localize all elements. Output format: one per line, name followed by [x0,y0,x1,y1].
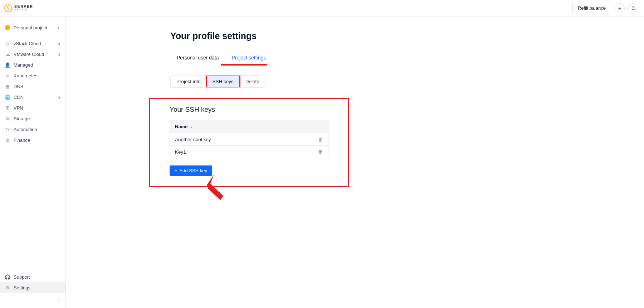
key-name: Key1 [175,149,186,155]
svg-marker-0 [207,174,223,200]
chevron-down-icon: ◢ [58,42,60,45]
logo[interactable]: S SERVER SPACE [4,4,33,12]
chevron-down-icon: ◢ [58,96,60,99]
page-title: Your profile settings [170,31,528,41]
add-ssh-key-label: Add SSH key [180,168,207,173]
sort-asc-icon: ▲ [190,126,193,129]
tab-personal-data[interactable]: Personal user data [170,51,225,65]
sidebar-item-support[interactable]: 🎧 Support [0,271,65,282]
annotation-arrow-icon [203,174,225,203]
column-name: Name [175,124,187,129]
headset-icon: 🎧 [5,274,10,279]
globe-icon: 🌐 [5,95,10,100]
sidebar-item-label: DNS [14,84,23,89]
annotation-highlight-box: Your SSH keys Name ▲ Another cool key 🗑 … [149,98,349,187]
subtab-ssh-keys[interactable]: SSH keys [207,76,240,87]
profile-tabs: Personal user data Project settings [170,51,338,65]
sidebar-item-cdn[interactable]: 🌐 CDN ◢ [0,92,65,102]
sidebar-item-vpn[interactable]: ⛨ VPN [0,102,65,113]
dns-icon: ▦ [5,84,10,89]
sidebar-item-finance[interactable]: 🗎 Finance [0,135,65,145]
table-row[interactable]: Another cool key 🗑 [170,133,328,145]
cloud-alt-icon: ◇ [5,41,10,46]
sidebar-item-label: vStack Cloud [14,41,41,46]
sidebar-item-vstack[interactable]: ◇ vStack Cloud ◢ [0,38,65,49]
project-selector[interactable]: Personal project ▶ [0,22,65,33]
delete-key-button[interactable]: 🗑 [318,149,323,155]
plus-icon: + [175,168,177,173]
sidebar-item-label: Automation [14,127,37,132]
key-name: Another cool key [175,137,211,142]
sidebar: Personal project ▶ ◇ vStack Cloud ◢ ☁ VM… [0,16,66,308]
cloud-icon: ☁ [5,52,10,57]
header: S SERVER SPACE Refill balance + C [0,0,644,16]
delete-key-button[interactable]: 🗑 [318,136,323,142]
sidebar-item-label: Finance [14,138,30,143]
sidebar-item-automation[interactable]: ⇆ Automation [0,124,65,135]
avatar-initial: C [631,5,635,11]
main-content: Your profile settings Personal user data… [66,16,644,308]
chevron-right-icon: ▶ [58,26,60,29]
sidebar-item-label: CDN [14,95,24,100]
kubernetes-icon: ⎈ [5,73,10,78]
add-button[interactable]: + [615,3,625,13]
ssh-keys-title: Your SSH keys [170,106,328,114]
sidebar-item-label: Settings [14,285,30,290]
project-subtabs: Project info SSH keys Delete [170,75,265,88]
sidebar-item-managed[interactable]: 👤 Managed [0,59,65,70]
sidebar-item-dns[interactable]: ▦ DNS [0,81,65,92]
sidebar-item-vmware[interactable]: ☁ VMware Cloud ◢ [0,49,65,59]
swap-icon: ⇆ [5,127,10,132]
table-row[interactable]: Key1 🗑 [170,145,328,158]
sidebar-item-label: Kubernetes [14,73,38,78]
sidebar-item-storage[interactable]: ▤ Storage [0,113,65,124]
sidebar-item-kubernetes[interactable]: ⎈ Kubernetes [0,70,65,81]
subtab-project-info[interactable]: Project info [171,76,207,87]
chevron-down-icon: ◢ [58,53,60,56]
project-icon [5,25,10,30]
sidebar-item-label: Storage [14,116,30,121]
tab-project-settings[interactable]: Project settings [225,51,273,65]
collapse-sidebar-button[interactable]: ‹ [58,296,60,302]
header-actions: Refill balance + C [572,3,638,13]
subtab-delete[interactable]: Delete [240,76,265,87]
plus-icon: + [618,5,621,11]
storage-icon: ▤ [5,116,10,121]
table-header[interactable]: Name ▲ [170,120,328,133]
avatar-button[interactable]: C [628,3,638,13]
sidebar-item-label: VPN [14,105,23,111]
trash-icon: 🗑 [318,136,323,142]
file-icon: 🗎 [5,138,10,143]
sidebar-item-label: VMware Cloud [14,52,44,57]
shield-icon: ⛨ [5,105,10,110]
person-icon: 👤 [5,62,10,67]
chevron-left-icon: ‹ [58,296,60,302]
ssh-keys-table: Name ▲ Another cool key 🗑 Key1 🗑 [170,120,328,158]
project-label: Personal project [14,25,47,30]
refill-balance-button[interactable]: Refill balance [572,3,611,13]
logo-text-bottom: SPACE [14,8,33,11]
sidebar-item-settings[interactable]: ⚙ Settings [0,282,65,293]
sidebar-item-label: Managed [14,62,33,68]
cog-icon: ⚙ [5,285,10,290]
logo-mark-icon: S [4,4,12,12]
sidebar-item-label: Support [14,274,30,280]
annotation-underline [221,64,267,66]
trash-icon: 🗑 [318,149,323,155]
